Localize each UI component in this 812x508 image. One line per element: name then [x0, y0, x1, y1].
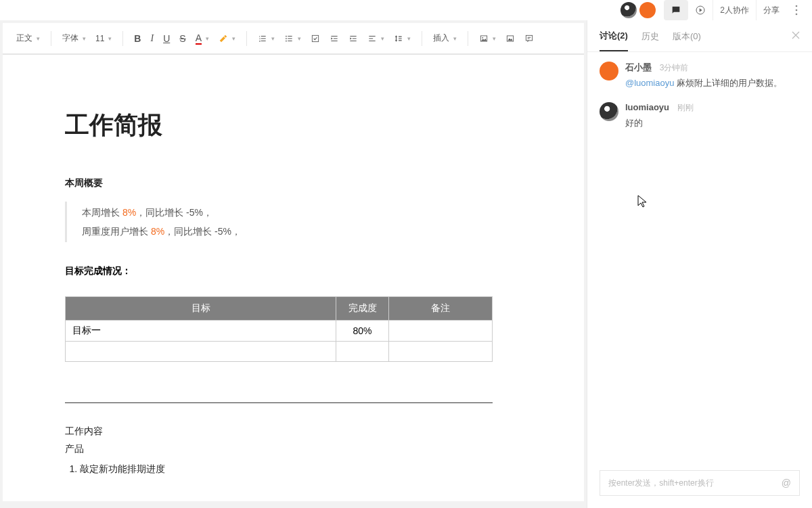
close-icon [792, 31, 800, 39]
comments-list: 石小墨 3分钟前 @luomiaoyu 麻烦附上详细的用户数据。 luomiao… [587, 52, 812, 463]
mention[interactable]: @luomiaoyu [625, 78, 674, 88]
section-head-goals[interactable]: 目标完成情况： [65, 265, 522, 277]
table-row: 目标一 80% [66, 321, 493, 342]
collaboration-button[interactable]: 2人协作 [713, 0, 756, 20]
percent-up-2: 8% [151, 226, 164, 237]
section-sub-product[interactable]: 产品 [65, 440, 522, 457]
side-tabs: 讨论(2) 历史 版本(0) [587, 20, 812, 52]
indent-button[interactable] [344, 30, 362, 47]
avatar-user-1[interactable] [621, 2, 637, 18]
line-height-button[interactable]: ▾ [390, 30, 415, 47]
svg-point-2 [796, 9, 798, 11]
comment-time: 刚刚 [677, 103, 694, 112]
comment-author: 石小墨 [625, 62, 652, 72]
mention-button[interactable]: @ [782, 478, 791, 488]
tab-discuss[interactable]: 讨论(2) [600, 30, 628, 51]
overview-blockquote[interactable]: 本周增长 8%，同比增长 -5%， 周重度用户增长 8%，同比增长 -5%， [65, 202, 522, 242]
paragraph-style-dropdown[interactable]: 正文▾ [12, 28, 44, 48]
svg-point-1 [796, 5, 798, 7]
svg-point-5 [286, 38, 287, 39]
section-head-work[interactable]: 工作内容 [65, 422, 522, 440]
comment-text: 好的 [625, 116, 800, 130]
avatar [600, 102, 618, 121]
align-button[interactable]: ▾ [363, 30, 388, 47]
editor-column: 正文▾ 字体▾ 11▾ B I U S A▾ ▾ ▾ ▾ ▾ ▾ 插入▾ ▾ [0, 20, 587, 508]
divider [65, 402, 493, 403]
comment-text: @luomiaoyu 麻烦附上详细的用户数据。 [625, 76, 800, 90]
kebab-icon [795, 5, 798, 16]
comment-item: 石小墨 3分钟前 @luomiaoyu 麻烦附上详细的用户数据。 [600, 62, 800, 90]
svg-point-9 [482, 37, 483, 38]
document-page[interactable]: 工作简报 本周概要 本周增长 8%，同比增长 -5%， 周重度用户增长 8%，同… [3, 54, 584, 501]
table-row [66, 342, 493, 362]
svg-point-6 [286, 40, 287, 41]
formatting-toolbar: 正文▾ 字体▾ 11▾ B I U S A▾ ▾ ▾ ▾ ▾ ▾ 插入▾ ▾ [3, 23, 584, 54]
indent-icon [348, 34, 358, 43]
checkbox-icon [311, 34, 320, 43]
play-circle-icon [695, 5, 706, 16]
align-icon [367, 34, 377, 43]
strikethrough-button[interactable]: S [175, 29, 189, 48]
comment-button[interactable] [520, 30, 538, 47]
table-header-goal: 目标 [66, 297, 336, 321]
svg-point-4 [286, 35, 287, 37]
outdent-button[interactable] [325, 30, 343, 47]
outdent-icon [330, 34, 339, 43]
percent-down-1: -5% [186, 207, 203, 218]
table-header-notes: 备注 [389, 297, 493, 321]
chat-bubble-icon [671, 5, 681, 16]
ordered-list-icon [258, 34, 267, 43]
close-panel-button[interactable] [792, 30, 800, 42]
avatar [600, 62, 618, 80]
table-button[interactable] [501, 30, 519, 47]
font-size-dropdown[interactable]: 11▾ [91, 30, 116, 47]
svg-rect-7 [312, 35, 318, 41]
bold-button[interactable]: B [130, 29, 145, 48]
list-item[interactable]: 敲定新功能排期进度 [80, 460, 522, 478]
avatar-user-2[interactable] [639, 2, 656, 18]
percent-down-2: -5% [215, 226, 231, 237]
section-head-overview[interactable]: 本周概要 [65, 177, 522, 189]
highlight-button[interactable]: ▾ [215, 30, 240, 47]
bullet-list-button[interactable]: ▾ [280, 30, 305, 47]
comment-author: luomiaoyu [625, 102, 669, 112]
numbered-list-button[interactable]: ▾ [254, 30, 279, 47]
font-family-dropdown[interactable]: 字体▾ [58, 28, 90, 48]
play-button[interactable] [688, 0, 713, 20]
percent-up-1: 8% [122, 207, 136, 218]
svg-point-3 [796, 14, 798, 16]
annotate-icon [524, 34, 534, 43]
text-color-button[interactable]: A▾ [191, 28, 213, 49]
italic-button[interactable]: I [146, 29, 158, 48]
tab-versions[interactable]: 版本(0) [673, 30, 701, 51]
highlighter-icon [219, 34, 228, 43]
comment-item: luomiaoyu 刚刚 好的 [600, 102, 800, 130]
table-header-completion: 完成度 [336, 297, 389, 321]
svg-rect-11 [526, 35, 532, 41]
goals-table[interactable]: 目标 完成度 备注 目标一 80% [65, 296, 493, 362]
top-bar: 2人协作 分享 [0, 0, 812, 20]
side-panel: 讨论(2) 历史 版本(0) 石小墨 3分钟前 @luomiaoyu 麻烦附上详… [587, 20, 812, 508]
image-icon [479, 34, 489, 43]
work-list[interactable]: 敲定新功能排期进度 [80, 460, 522, 478]
document-title[interactable]: 工作简报 [65, 109, 522, 142]
unordered-list-icon [284, 34, 294, 43]
comments-toggle-button[interactable] [664, 0, 688, 20]
table-mountain-icon [505, 34, 515, 43]
comment-input[interactable]: 按enter发送，shift+enter换行 @ [600, 470, 800, 496]
comment-placeholder: 按enter发送，shift+enter换行 [608, 478, 714, 489]
image-button[interactable]: ▾ [475, 30, 500, 47]
share-button[interactable]: 分享 [756, 0, 786, 20]
underline-button[interactable]: U [159, 29, 174, 48]
more-menu-button[interactable] [786, 5, 807, 16]
comment-time: 3分钟前 [660, 63, 689, 72]
tab-history[interactable]: 历史 [641, 30, 659, 51]
insert-dropdown[interactable]: 插入▾ [429, 28, 461, 48]
checklist-button[interactable] [307, 30, 324, 47]
line-height-icon [394, 34, 403, 43]
